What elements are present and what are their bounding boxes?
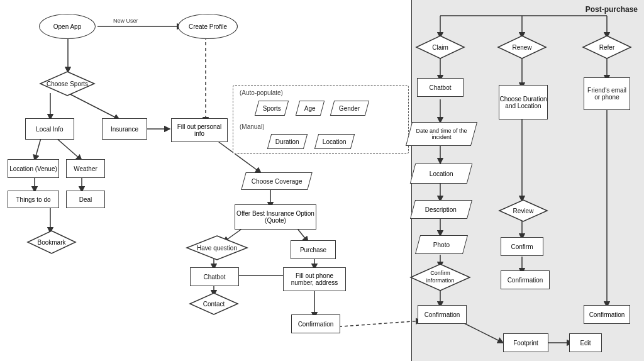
bookmark-node: Bookmark	[26, 230, 77, 255]
offer-insurance-node: Offer Best Insurance Option (Quote)	[235, 204, 316, 230]
svg-marker-60	[499, 200, 547, 221]
svg-line-4	[68, 93, 119, 119]
chatbot-left-node: Chatbot	[190, 267, 239, 286]
svg-marker-45	[28, 231, 75, 253]
auto-populate-label: (Auto-populate)	[240, 89, 283, 96]
sports-para-node: Sports	[255, 99, 288, 117]
weather-node: Weather	[66, 159, 105, 178]
edit-node: Edit	[569, 333, 602, 352]
choose-duration-location-node: Choose Duration and Location	[499, 85, 548, 119]
renew-node: Renew	[497, 35, 547, 60]
post-purchase-label: Post-purchase	[586, 5, 638, 14]
refer-node: Refer	[582, 35, 632, 60]
location-venue-node: Location (Venue)	[8, 159, 59, 178]
age-para-node: Age	[296, 99, 324, 117]
svg-marker-57	[411, 264, 470, 291]
confirmation-refer-node: Confirmation	[584, 305, 630, 324]
svg-marker-47	[187, 236, 247, 260]
choose-coverage-node: Choose Coverage	[242, 171, 311, 191]
svg-text:Confirm: Confirm	[430, 270, 450, 276]
review-node: Review	[498, 199, 548, 223]
fill-personal-node: Fill out personal info	[171, 118, 228, 142]
svg-text:Choose Sports: Choose Sports	[47, 81, 88, 87]
photo-node: Photo	[416, 234, 467, 255]
confirm-info-node: Confirm information	[409, 263, 471, 292]
local-info-node: Local Info	[25, 118, 74, 140]
confirmation-bottom-node: Confirmation	[291, 314, 340, 333]
date-time-node: Date and time of the incident	[408, 121, 475, 147]
svg-text:Renew: Renew	[512, 44, 532, 51]
svg-line-33	[333, 321, 421, 327]
svg-text:Claim: Claim	[432, 44, 448, 51]
confirm-node: Confirm	[501, 237, 543, 256]
location-para-node: Location	[315, 133, 354, 150]
chatbot-right-node: Chatbot	[417, 78, 464, 97]
purchase-node: Purchase	[291, 240, 336, 259]
confirmation-renew-node: Confirmation	[501, 270, 550, 289]
have-question-node: Have question	[186, 235, 248, 261]
svg-text:information: information	[426, 277, 455, 284]
gender-para-node: Gender	[331, 99, 369, 117]
create-profile-node: Create Profile	[178, 14, 238, 39]
confirmation-right-node: Confirmation	[418, 305, 467, 324]
svg-text:Contact: Contact	[203, 301, 225, 308]
svg-line-6	[35, 138, 41, 160]
diagram-container: Post-purchase	[0, 0, 644, 361]
footprint-node: Footprint	[503, 333, 548, 352]
autopopulate-box: (Auto-populate) Sports Age Gender (Manua…	[233, 85, 409, 154]
svg-text:Bookmark: Bookmark	[37, 239, 66, 246]
claim-node: Claim	[415, 35, 465, 60]
open-app-node: Open App	[39, 14, 96, 39]
deal-node: Deal	[66, 191, 105, 208]
svg-text:Refer: Refer	[599, 44, 615, 51]
duration-para-node: Duration	[268, 133, 307, 150]
svg-marker-55	[583, 36, 631, 58]
fill-phone-node: Fill out phone number, address	[283, 267, 346, 291]
svg-text:Review: Review	[513, 208, 535, 214]
contact-node: Contact	[189, 292, 239, 316]
location-right-node: Location	[411, 162, 471, 185]
svg-marker-43	[40, 72, 94, 96]
svg-marker-53	[498, 36, 546, 58]
manual-label: (Manual)	[240, 123, 264, 130]
svg-marker-51	[416, 36, 464, 58]
insurance-node: Insurance	[102, 118, 147, 140]
new-user-label: New User	[113, 18, 138, 24]
svg-marker-49	[190, 293, 238, 314]
svg-line-7	[57, 138, 82, 160]
things-to-do-node: Things to do	[8, 191, 59, 208]
description-node: Description	[411, 199, 471, 220]
choose-sports-node: Choose Sports	[39, 70, 96, 97]
svg-text:Have question: Have question	[197, 245, 237, 252]
friends-email-node: Friend's email or phone	[584, 77, 630, 110]
